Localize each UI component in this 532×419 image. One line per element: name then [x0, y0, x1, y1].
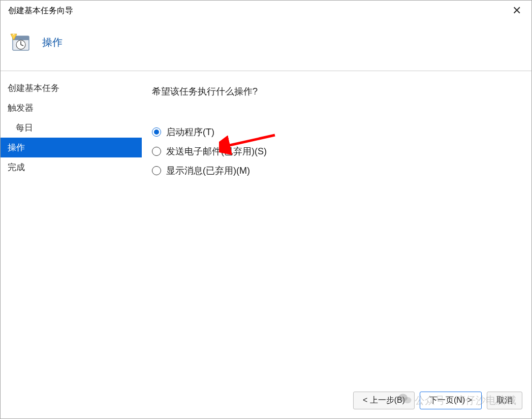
radio-label: 显示消息(已弃用)(M): [166, 165, 250, 177]
wizard-footer: < 上一步(B) 下一页(N) > 取消: [1, 384, 531, 418]
sidebar-item-action[interactable]: 操作: [1, 138, 142, 157]
radio-send-email[interactable]: 发送电子邮件(已弃用)(S): [152, 145, 516, 157]
radio-label: 启动程序(T): [166, 126, 214, 138]
radio-show-message[interactable]: 显示消息(已弃用)(M): [152, 165, 516, 177]
radio-start-program[interactable]: 启动程序(T): [152, 126, 516, 138]
page-title: 操作: [42, 36, 62, 49]
action-radio-group: 启动程序(T) 发送电子邮件(已弃用)(S) 显示消息(已弃用)(M): [152, 126, 516, 177]
cancel-button[interactable]: 取消: [487, 392, 522, 409]
back-button[interactable]: < 上一步(B): [353, 392, 415, 409]
task-scheduler-icon: [10, 31, 32, 53]
radio-icon: [152, 127, 161, 137]
wizard-steps-sidebar: 创建基本任务 触发器 每日 操作 完成: [1, 71, 142, 384]
sidebar-item-trigger[interactable]: 触发器: [1, 98, 142, 118]
main-panel: 希望该任务执行什么操作? 启动程序(T) 发送电子邮件(已弃用)(S) 显示消息…: [142, 71, 531, 384]
radio-label: 发送电子邮件(已弃用)(S): [166, 145, 267, 157]
wizard-body: 创建基本任务 触发器 每日 操作 完成 希望该任务执行什么操作? 启动程序(T)…: [1, 71, 531, 384]
close-icon[interactable]: ✕: [507, 2, 526, 19]
window-title: 创建基本任务向导: [8, 6, 73, 16]
radio-icon: [152, 166, 161, 175]
sidebar-item-daily[interactable]: 每日: [1, 118, 142, 138]
radio-icon: [152, 147, 161, 156]
wizard-header: 操作: [1, 21, 531, 71]
sidebar-item-finish[interactable]: 完成: [1, 157, 142, 177]
next-button[interactable]: 下一页(N) >: [420, 392, 482, 409]
action-question: 希望该任务执行什么操作?: [152, 85, 516, 98]
wizard-window: 创建基本任务向导 ✕ 操作 创建基本任务 触发器 每日 操作 完成 希望该任: [0, 0, 532, 419]
sidebar-item-create-task[interactable]: 创建基本任务: [1, 78, 142, 98]
titlebar: 创建基本任务向导 ✕: [1, 1, 531, 21]
